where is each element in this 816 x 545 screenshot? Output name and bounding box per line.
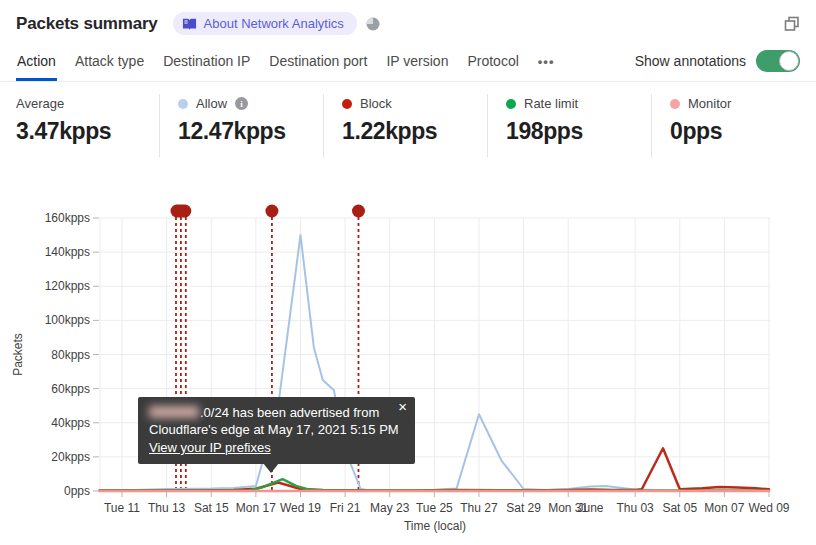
stat-allow-legend-dot-icon	[178, 99, 188, 109]
chart-axes: 0pps20kpps40kpps60kpps80kpps100kpps120kp…	[11, 211, 790, 533]
pie-icon[interactable]	[366, 17, 380, 31]
stat-rate-limit-label: Rate limit	[506, 96, 651, 111]
close-icon[interactable]: ×	[398, 399, 407, 414]
tooltip-line-2: Cloudflare's edge at May 17, 2021 5:15 P…	[149, 421, 404, 438]
show-annotations-toggle[interactable]	[756, 50, 800, 72]
stat-monitor-value: 0pps	[670, 118, 815, 145]
annotation-tooltip: × .0/24 has been advertised from Cloudfl…	[138, 397, 415, 464]
annotation-marker-dot[interactable]	[265, 205, 278, 218]
x-tick-label: Wed 19	[280, 501, 321, 515]
y-tick-label: 160kpps	[45, 211, 90, 225]
show-annotations-control: Show annotations	[635, 40, 800, 81]
stat-average-label: Average	[16, 96, 159, 111]
stat-monitor-label: Monitor	[670, 96, 815, 111]
stat-rate-limit: Rate limit198pps	[487, 94, 651, 157]
x-tick-label: Fri 21	[330, 501, 361, 515]
stat-average-value: 3.47kpps	[16, 118, 159, 145]
x-tick-label: Mon 17	[236, 501, 276, 515]
x-tick-label: Tue 25	[416, 501, 453, 515]
x-axis-title: Time (local)	[404, 519, 466, 533]
x-tick-label: May 23	[370, 501, 410, 515]
show-annotations-label: Show annotations	[635, 53, 746, 69]
stat-allow: Allowi12.47kpps	[159, 94, 323, 157]
stat-monitor-legend-dot-icon	[670, 99, 680, 109]
info-icon[interactable]: i	[235, 97, 248, 110]
stat-allow-value: 12.47kpps	[178, 118, 323, 145]
x-tick-label: Thu 03	[616, 501, 654, 515]
tab-destination-ip[interactable]: Destination IP	[162, 40, 251, 81]
tab-action[interactable]: Action	[16, 40, 57, 81]
packets-chart[interactable]: 0pps20kpps40kpps60kpps80kpps100kpps120kp…	[0, 195, 816, 545]
x-tick-label: Thu 27	[460, 501, 498, 515]
y-tick-label: 60kpps	[51, 382, 90, 396]
y-tick-label: 40kpps	[51, 416, 90, 430]
stat-monitor: Monitor0pps	[651, 94, 815, 157]
x-tick-label: Sat 05	[662, 501, 697, 515]
x-tick-label: Sat 15	[194, 501, 229, 515]
page-title: Packets summary	[16, 14, 158, 34]
x-tick-label: Thu 13	[148, 501, 186, 515]
y-tick-label: 140kpps	[45, 245, 90, 259]
view-ip-prefixes-link[interactable]: View your IP prefixes	[149, 439, 271, 456]
tab-more[interactable]: •••	[537, 40, 556, 81]
annotation-markers	[170, 205, 364, 218]
x-tick-label: Wed 09	[748, 501, 789, 515]
stat-allow-label: Allowi	[178, 96, 323, 111]
y-tick-label: 120kpps	[45, 279, 90, 293]
tooltip-line-1: .0/24 has been advertised from	[149, 404, 404, 421]
stat-average: Average3.47kpps	[16, 94, 159, 157]
tab-bar: ActionAttack typeDestination IPDestinati…	[0, 40, 816, 82]
tab-attack-type[interactable]: Attack type	[74, 40, 145, 81]
tab-ip-version[interactable]: IP version	[385, 40, 449, 81]
stat-rate-limit-legend-dot-icon	[506, 99, 516, 109]
y-tick-label: 0pps	[64, 484, 90, 498]
tooltip-arrow	[263, 463, 279, 473]
x-tick-label: Tue 11	[104, 501, 140, 515]
x-tick-label: June	[577, 501, 603, 515]
summary-stats: Average3.47kppsAllowi12.47kppsBlock1.22k…	[0, 84, 816, 157]
y-tick-label: 100kpps	[45, 313, 90, 327]
x-tick-label: Sat 29	[506, 501, 541, 515]
stat-block-legend-dot-icon	[342, 99, 352, 109]
packets-summary-panel: Packets summary About Network Analytics …	[0, 0, 816, 545]
toggle-knob	[779, 51, 799, 71]
panel-header: Packets summary About Network Analytics	[0, 0, 816, 35]
stat-block: Block1.22kpps	[323, 94, 487, 157]
badge-label: About Network Analytics	[204, 16, 344, 31]
tab-protocol[interactable]: Protocol	[466, 40, 519, 81]
stat-rate-limit-value: 198pps	[506, 118, 651, 145]
annotation-marker-dot[interactable]	[352, 205, 365, 218]
stat-block-value: 1.22kpps	[342, 118, 487, 145]
copy-icon[interactable]	[784, 16, 800, 32]
book-icon	[182, 17, 197, 31]
y-tick-label: 20kpps	[51, 450, 90, 464]
about-network-analytics-badge[interactable]: About Network Analytics	[173, 12, 357, 35]
redacted-ip-prefix	[149, 406, 199, 418]
tab-destination-port[interactable]: Destination port	[268, 40, 368, 81]
y-tick-label: 80kpps	[51, 348, 90, 362]
annotation-marker-pill[interactable]	[170, 205, 191, 218]
y-axis-title: Packets	[11, 333, 25, 376]
stat-block-label: Block	[342, 96, 487, 111]
x-tick-label: Mon 07	[704, 501, 744, 515]
